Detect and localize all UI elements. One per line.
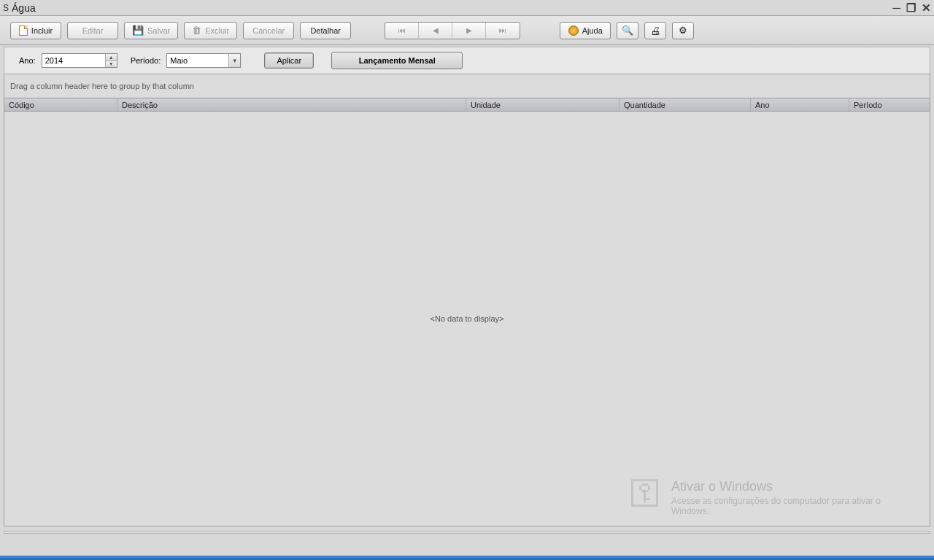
lancamento-mensal-button[interactable]: Lançamento Mensal [331,52,463,69]
minimize-icon[interactable]: ─ [892,2,900,13]
ano-input[interactable] [42,54,105,67]
excluir-label: Excluir [205,26,229,35]
new-doc-icon [19,26,28,36]
save-icon: 💾 [132,25,144,36]
app-icon: S [3,3,9,13]
config-button[interactable]: ⚙ [672,22,694,39]
periodo-combo: ▼ [166,53,241,68]
salvar-label: Salvar [147,26,170,35]
zoom-button[interactable]: 🔍 [617,22,638,39]
aplicar-button[interactable]: Aplicar [264,52,314,69]
col-header-periodo[interactable]: Período [849,98,930,111]
ano-input-wrapper: ▲ ▼ [42,53,117,68]
maximize-icon[interactable]: ❐ [906,2,916,13]
nav-group: ⏮ ◀ ▶ ⏭ [385,22,520,39]
ano-label: Ano: [19,56,36,65]
next-icon: ▶ [466,26,472,34]
grid-body: <No data to display> [4,112,930,526]
excluir-button[interactable]: 🗑 Excluir [184,22,237,39]
cancelar-label: Cancelar [252,26,285,35]
col-header-unidade[interactable]: Unidade [466,98,620,111]
col-header-codigo[interactable]: Código [4,98,117,111]
filter-bar: Ano: ▲ ▼ Período: ▼ Aplicar Lançamento M… [4,47,930,74]
status-strip [4,531,930,534]
detalhar-label: Detalhar [310,26,341,35]
nav-next-button[interactable]: ▶ [452,23,486,39]
last-icon: ⏭ [499,26,506,34]
nav-prev-button[interactable]: ◀ [419,23,452,39]
group-by-panel[interactable]: Drag a column header here to group by th… [4,74,930,98]
nav-last-button[interactable]: ⏭ [486,23,520,39]
cancelar-button[interactable]: Cancelar [243,22,294,39]
prev-icon: ◀ [433,26,439,34]
col-header-quantidade[interactable]: Quantidade [620,98,751,111]
incluir-button[interactable]: Incluir [10,22,61,39]
nav-first-button[interactable]: ⏮ [385,23,419,39]
col-header-descricao[interactable]: Descrição [117,98,466,111]
salvar-button[interactable]: 💾 Salvar [124,22,178,39]
print-button[interactable]: 🖨 [644,22,666,39]
periodo-dropdown-button[interactable]: ▼ [228,54,240,67]
periodo-input[interactable] [167,54,228,67]
zoom-icon: 🔍 [622,25,633,36]
detalhar-button[interactable]: Detalhar [300,22,351,39]
incluir-label: Incluir [31,26,53,35]
ajuda-label: Ajuda [582,26,603,35]
ano-spin-up[interactable]: ▲ [106,54,117,61]
help-icon [568,26,579,36]
config-icon: ⚙ [679,25,687,36]
print-icon: 🖨 [650,25,660,36]
editar-button[interactable]: Editar [67,22,118,39]
grid-header: Código Descrição Unidade Quantidade Ano … [4,98,930,112]
main-toolbar: Incluir Editar 💾 Salvar 🗑 Excluir Cancel… [0,16,934,45]
periodo-label: Período: [131,56,161,65]
close-icon[interactable]: ✕ [922,2,931,13]
trash-icon: 🗑 [192,25,201,36]
editar-label: Editar [82,26,104,35]
window-title: Água [12,2,36,14]
titlebar: S Água ─ ❐ ✕ [0,0,934,16]
taskbar[interactable] [0,556,934,560]
first-icon: ⏮ [398,26,406,34]
ano-spin-down[interactable]: ▼ [106,61,117,68]
data-grid: Drag a column header here to group by th… [4,74,930,526]
grid-empty-text: <No data to display> [431,314,504,323]
ajuda-button[interactable]: Ajuda [560,22,611,39]
col-header-ano[interactable]: Ano [751,98,849,111]
